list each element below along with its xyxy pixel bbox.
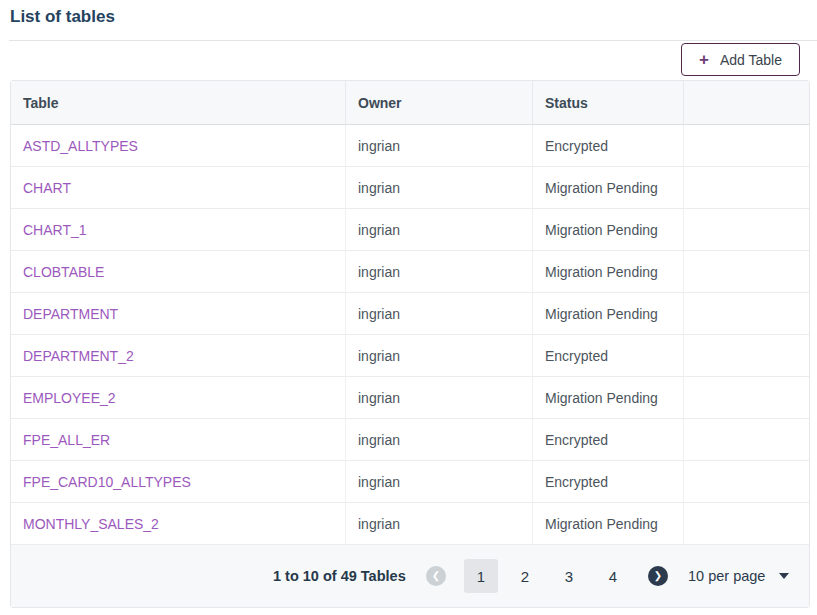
table-name-link[interactable]: ASTD_ALLTYPES: [23, 138, 138, 154]
empty-cell: [684, 335, 809, 376]
table-name-link[interactable]: CHART_1: [23, 222, 87, 238]
table-name-link[interactable]: DEPARTMENT_2: [23, 348, 134, 364]
table-name-cell: CHART_1: [11, 209, 346, 250]
empty-cell: [684, 251, 809, 292]
table-name-cell: ASTD_ALLTYPES: [11, 125, 346, 166]
title-divider: [9, 40, 817, 41]
table-name-cell: FPE_ALL_ER: [11, 419, 346, 460]
owner-cell: ingrian: [346, 503, 533, 544]
table-name-cell: DEPARTMENT: [11, 293, 346, 334]
table-header-row: Table Owner Status: [11, 81, 809, 125]
status-cell: Migration Pending: [533, 377, 684, 418]
owner-cell: ingrian: [346, 167, 533, 208]
table-row: FPE_CARD10_ALLTYPES ingrian Encrypted: [11, 461, 809, 503]
table-row: CLOBTABLE ingrian Migration Pending: [11, 251, 809, 293]
table-row: MONTHLY_SALES_2 ingrian Migration Pendin…: [11, 503, 809, 545]
chevron-right-icon: ❯: [654, 571, 662, 581]
add-table-button[interactable]: + Add Table: [681, 43, 800, 76]
owner-cell: ingrian: [346, 335, 533, 376]
owner-cell: ingrian: [346, 125, 533, 166]
caret-down-icon: [779, 573, 789, 579]
status-cell: Migration Pending: [533, 503, 684, 544]
page-button-3[interactable]: 3: [552, 559, 586, 593]
per-page-dropdown[interactable]: 10 per page: [688, 568, 789, 584]
page-title: List of tables: [10, 7, 115, 27]
add-table-label: Add Table: [720, 52, 782, 68]
table-name-cell: EMPLOYEE_2: [11, 377, 346, 418]
table-row: FPE_ALL_ER ingrian Encrypted: [11, 419, 809, 461]
status-cell: Encrypted: [533, 125, 684, 166]
table-name-link[interactable]: DEPARTMENT: [23, 306, 118, 322]
table-name-cell: DEPARTMENT_2: [11, 335, 346, 376]
owner-cell: ingrian: [346, 251, 533, 292]
owner-cell: ingrian: [346, 293, 533, 334]
owner-cell: ingrian: [346, 419, 533, 460]
per-page-label: 10 per page: [688, 568, 765, 584]
table-row: CHART_1 ingrian Migration Pending: [11, 209, 809, 251]
empty-cell: [684, 293, 809, 334]
table-name-link[interactable]: EMPLOYEE_2: [23, 390, 116, 406]
status-cell: Migration Pending: [533, 167, 684, 208]
empty-cell: [684, 167, 809, 208]
table-row: ASTD_ALLTYPES ingrian Encrypted: [11, 125, 809, 167]
status-cell: Migration Pending: [533, 209, 684, 250]
page-button-4[interactable]: 4: [596, 559, 630, 593]
owner-cell: ingrian: [346, 209, 533, 250]
table-name-link[interactable]: CLOBTABLE: [23, 264, 104, 280]
table-row: EMPLOYEE_2 ingrian Migration Pending: [11, 377, 809, 419]
plus-icon: +: [699, 51, 709, 68]
empty-cell: [684, 503, 809, 544]
table-name-cell: FPE_CARD10_ALLTYPES: [11, 461, 346, 502]
table-body: ASTD_ALLTYPES ingrian Encrypted CHART in…: [11, 125, 809, 545]
status-cell: Migration Pending: [533, 293, 684, 334]
previous-page-button[interactable]: ❮: [426, 566, 446, 586]
status-cell: Migration Pending: [533, 251, 684, 292]
next-page-button[interactable]: ❯: [648, 566, 668, 586]
empty-cell: [684, 419, 809, 460]
owner-cell: ingrian: [346, 377, 533, 418]
empty-cell: [684, 125, 809, 166]
tables-card: Table Owner Status ASTD_ALLTYPES ingrian…: [10, 80, 810, 608]
column-header-owner: Owner: [346, 81, 533, 124]
table-name-link[interactable]: MONTHLY_SALES_2: [23, 516, 159, 532]
page-button-1[interactable]: 1: [464, 559, 498, 593]
status-cell: Encrypted: [533, 335, 684, 376]
empty-cell: [684, 377, 809, 418]
column-header-empty: [684, 81, 809, 124]
column-header-status: Status: [533, 81, 684, 124]
table-name-link[interactable]: FPE_ALL_ER: [23, 432, 110, 448]
pagination-bar: 1 to 10 of 49 Tables ❮ 1 2 3 4 ❯ 10 per …: [11, 545, 809, 607]
empty-cell: [684, 461, 809, 502]
column-header-table: Table: [11, 81, 346, 124]
owner-cell: ingrian: [346, 461, 533, 502]
status-cell: Encrypted: [533, 461, 684, 502]
empty-cell: [684, 209, 809, 250]
status-cell: Encrypted: [533, 419, 684, 460]
chevron-left-icon: ❮: [432, 571, 440, 581]
page-button-2[interactable]: 2: [508, 559, 542, 593]
table-name-cell: CLOBTABLE: [11, 251, 346, 292]
table-name-link[interactable]: CHART: [23, 180, 71, 196]
table-name-link[interactable]: FPE_CARD10_ALLTYPES: [23, 474, 191, 490]
table-name-cell: CHART: [11, 167, 346, 208]
table-row: CHART ingrian Migration Pending: [11, 167, 809, 209]
table-row: DEPARTMENT_2 ingrian Encrypted: [11, 335, 809, 377]
pagination-summary: 1 to 10 of 49 Tables: [273, 568, 406, 584]
table-row: DEPARTMENT ingrian Migration Pending: [11, 293, 809, 335]
table-name-cell: MONTHLY_SALES_2: [11, 503, 346, 544]
